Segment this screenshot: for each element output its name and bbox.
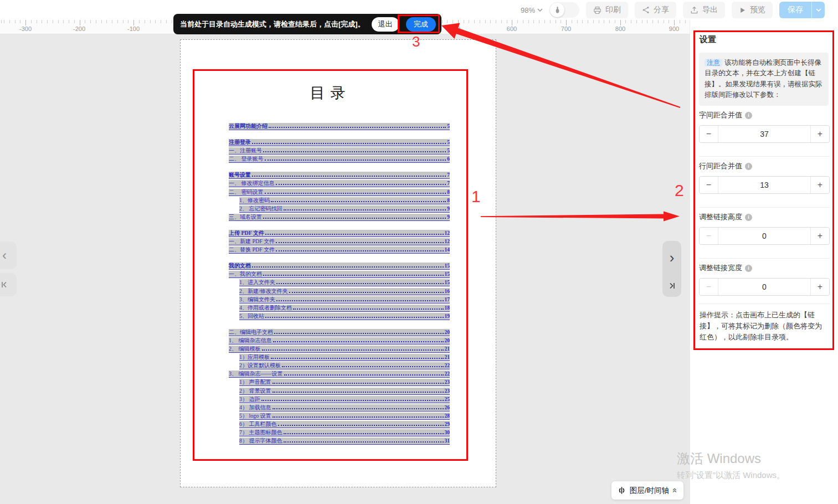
exit-button[interactable]: 退出 xyxy=(372,17,399,32)
print-button[interactable]: 印刷 xyxy=(586,2,628,18)
toc-row: 1、进入文件夹15 xyxy=(229,278,450,286)
toc-entry-page: 30 xyxy=(445,429,450,436)
toc-entry-link[interactable]: 我的文档15 xyxy=(229,263,450,270)
info-icon[interactable]: i xyxy=(745,112,752,119)
toc-entry-link[interactable]: 二、编辑电子文档20 xyxy=(229,329,450,336)
link-height-value[interactable]: 0 xyxy=(718,228,810,244)
toc-entry-link[interactable]: 6） 工具栏颜色29 xyxy=(239,421,450,428)
toc-entry-page: 28 xyxy=(445,413,450,419)
toc-entry-link[interactable]: 1）应用模板21 xyxy=(239,354,450,361)
toc-entry-link[interactable]: 8） 提示字体颜色31 xyxy=(239,438,450,445)
toc-row: 1）应用模板21 xyxy=(229,353,450,361)
toc-entry-title: 2、 忘记密码找回 xyxy=(239,205,282,212)
next-page-button[interactable]: › xyxy=(662,241,681,275)
export-button[interactable]: 导出 xyxy=(683,2,725,18)
toc-entry-title: 一、 修改绑定信息 xyxy=(229,180,275,187)
layers-timeline-button[interactable]: 图层/时间轴 « xyxy=(611,481,683,500)
toc-entry-link[interactable]: 1、进入文件夹15 xyxy=(239,279,450,286)
toc-entry-title: 二、编辑电子文档 xyxy=(229,329,273,336)
toc-entry-link[interactable]: 二、 登录账号6 xyxy=(229,156,450,163)
printer-icon xyxy=(593,6,601,14)
toc-entry-link[interactable]: 三、域名设置9 xyxy=(229,214,450,221)
toc-content: 目录 云展网功能介绍5注册登录5一、注册账号5二、 登录账号6账号设置7一、 修… xyxy=(194,71,466,445)
line-spacing-value[interactable]: 13 xyxy=(718,177,810,193)
toc-leader-dots xyxy=(289,292,444,293)
toc-entry-page: 17 xyxy=(445,296,450,303)
info-icon[interactable]: i xyxy=(745,214,752,221)
toc-entry-page: 23 xyxy=(445,379,450,385)
increase-button[interactable]: + xyxy=(810,177,829,193)
char-spacing-value[interactable]: 37 xyxy=(718,126,810,142)
toc-leader-dots xyxy=(278,425,444,426)
increase-button[interactable]: + xyxy=(810,228,829,244)
toc-leader-dots xyxy=(265,160,446,161)
decrease-button[interactable]: − xyxy=(700,177,718,193)
toc-entry-link[interactable]: 4、停用或者删除文档18 xyxy=(239,305,450,312)
toggle-knob xyxy=(550,3,564,17)
toc-entry-link[interactable]: 二、 密码设置8 xyxy=(229,189,450,196)
increase-button[interactable]: + xyxy=(810,126,829,142)
save-button[interactable]: 保存 xyxy=(779,2,811,18)
toc-entry-link[interactable]: 3、 编辑杂志——设置22 xyxy=(229,371,450,378)
toc-entry-link[interactable]: 2、 忘记密码找回9 xyxy=(239,205,450,213)
toc-entry-link[interactable]: 注册登录5 xyxy=(229,139,450,146)
toc-entry-link[interactable]: 1、修改密码8 xyxy=(239,197,450,204)
notice-message: 当前处于目录自动生成模式，请检查结果后，点击[完成]。 xyxy=(180,19,365,29)
toc-entry-link[interactable]: 一、注册账号5 xyxy=(229,147,450,155)
field-line-spacing: 行间距合并值i − 13 + xyxy=(699,161,830,194)
save-dropdown-button[interactable] xyxy=(811,2,825,18)
toc-entry-title: 1）应用模板 xyxy=(239,354,270,361)
decrease-button[interactable]: − xyxy=(700,279,718,295)
toc-entry-link[interactable]: 7） 主题图标颜色30 xyxy=(239,429,450,436)
preview-button[interactable]: 预览 xyxy=(732,2,773,18)
ruler-label: -200 xyxy=(73,25,85,32)
prev-page-button[interactable]: ‹ xyxy=(0,241,17,269)
toc-entry-link[interactable]: 1） 声音配置23 xyxy=(239,379,450,386)
toc-entry-link[interactable]: 2） 背景设置23 xyxy=(239,388,450,395)
toc-entry-title: 5、回收站 xyxy=(239,313,264,320)
toc-row: 上传 PDF 文件12 xyxy=(229,229,450,237)
toc-entry-link[interactable]: 上传 PDF 文件12 xyxy=(229,230,450,237)
toc-entry-link[interactable]: 5、回收站19 xyxy=(239,313,450,320)
zoom-level-control[interactable]: 98% xyxy=(521,6,543,14)
last-page-button[interactable] xyxy=(662,275,681,297)
toc-entry-link[interactable]: 4） 加载信息26 xyxy=(239,404,450,412)
save-button-group: 保存 xyxy=(779,2,825,18)
toc-entry-link[interactable]: 3） 边距25 xyxy=(239,396,450,403)
toc-entry-title: 2） 背景设置 xyxy=(239,388,271,394)
toc-entry-link[interactable]: 1、 编辑杂志信息20 xyxy=(229,337,450,344)
toc-entry-page: 7 xyxy=(447,172,450,178)
toc-entry-page: 9 xyxy=(447,214,450,220)
toc-leader-dots xyxy=(265,234,443,235)
decrease-button[interactable]: − xyxy=(700,228,718,244)
touch-mode-toggle[interactable] xyxy=(549,2,579,18)
toc-row: 2、新建/修改文件夹16 xyxy=(229,287,450,295)
toc-leader-dots xyxy=(271,201,446,202)
toc-entry-link[interactable]: 一、我的文档15 xyxy=(229,271,450,278)
toc-entry-page: 23 xyxy=(445,388,450,394)
toc-leader-dots xyxy=(269,127,446,128)
toc-entry-link[interactable]: 账号设置7 xyxy=(229,172,450,179)
share-button[interactable]: 分享 xyxy=(635,2,676,18)
toc-entry-title: 一、我的文档 xyxy=(229,271,262,277)
toc-entry-link[interactable]: 2、新建/修改文件夹16 xyxy=(239,288,450,295)
increase-button[interactable]: + xyxy=(810,279,829,295)
info-icon[interactable]: i xyxy=(745,163,752,170)
export-label: 导出 xyxy=(702,5,718,15)
toc-entry-link[interactable]: 5） logo 设置28 xyxy=(239,413,450,420)
toc-entry-link[interactable]: 云展网功能介绍5 xyxy=(229,123,450,130)
link-width-label: 调整链接宽度 xyxy=(699,263,742,273)
info-icon[interactable]: i xyxy=(745,265,752,272)
done-button[interactable]: 完成 xyxy=(406,17,436,32)
toc-entry-link[interactable]: 2、 编辑模板21 xyxy=(229,346,450,353)
toc-row: 1、修改密码8 xyxy=(229,196,450,204)
toc-entry-link[interactable]: 一、 修改绑定信息7 xyxy=(229,180,450,187)
toc-row: 一、新建 PDF 文件12 xyxy=(229,237,450,245)
toc-entry-link[interactable]: 2）设置默认模板22 xyxy=(239,362,450,369)
toc-entry-link[interactable]: 3、编辑文件夹17 xyxy=(239,296,450,304)
toc-entry-link[interactable]: 二、替换 PDF 文件14 xyxy=(229,246,450,254)
toc-entry-link[interactable]: 一、新建 PDF 文件12 xyxy=(229,238,450,245)
link-width-value[interactable]: 0 xyxy=(718,279,810,295)
first-page-button[interactable] xyxy=(0,273,17,296)
decrease-button[interactable]: − xyxy=(700,126,718,142)
